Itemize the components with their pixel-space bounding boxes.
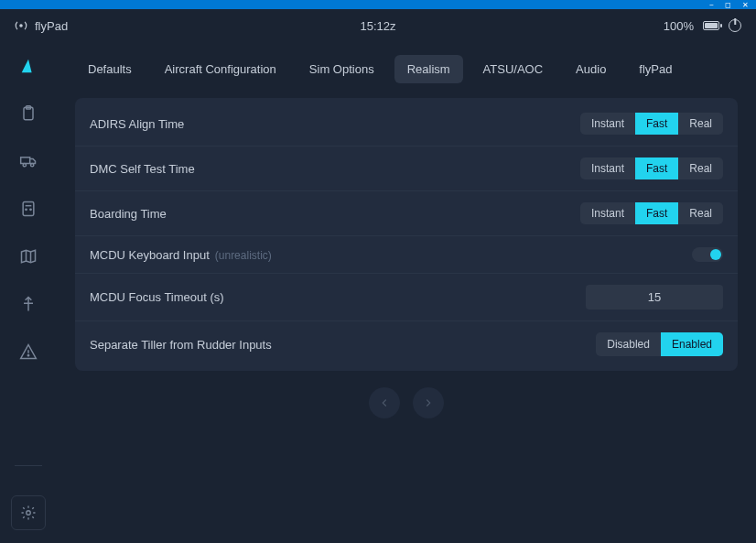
- sidebar-truck-icon[interactable]: [17, 150, 39, 172]
- sidebar: [0, 9, 57, 543]
- svg-rect-6: [23, 202, 34, 216]
- os-titlebar: − ◻ ✕: [0, 0, 756, 9]
- tab-atsu-aoc[interactable]: ATSU/AOC: [470, 55, 556, 83]
- main-content: Defaults Aircraft Configuration Sim Opti…: [57, 9, 756, 543]
- svg-point-0: [20, 25, 22, 27]
- clock: 15:12z: [360, 19, 395, 33]
- tiller-disabled[interactable]: Disabled: [596, 332, 661, 356]
- hint-mcdu-keyboard: (unrealistic): [215, 249, 272, 262]
- row-tiller: Separate Tiller from Rudder Inputs Disab…: [75, 321, 738, 367]
- broadcast-icon: [15, 19, 27, 32]
- app-header: flyPad 15:12z 100%: [0, 9, 756, 42]
- tab-aircraft-configuration[interactable]: Aircraft Configuration: [152, 55, 289, 83]
- adirs-fast[interactable]: Fast: [635, 113, 678, 135]
- sidebar-clipboard-icon[interactable]: [17, 103, 39, 125]
- row-mcdu-keyboard: MCDU Keyboard Input (unrealistic): [75, 236, 738, 274]
- adirs-instant[interactable]: Instant: [580, 113, 635, 135]
- tab-defaults[interactable]: Defaults: [75, 55, 145, 83]
- boarding-real[interactable]: Real: [678, 202, 723, 224]
- svg-rect-3: [21, 157, 30, 164]
- label-tiller: Separate Tiller from Rudder Inputs: [90, 338, 272, 352]
- app-name: flyPad: [35, 19, 68, 33]
- dmc-real[interactable]: Real: [678, 157, 723, 179]
- label-mcdu-timeout: MCDU Focus Timeout (s): [90, 290, 224, 304]
- svg-point-9: [30, 209, 31, 210]
- row-boarding-time: Boarding Time Instant Fast Real: [75, 191, 738, 236]
- sidebar-settings-button[interactable]: [11, 495, 46, 530]
- battery-percent: 100%: [664, 19, 694, 33]
- input-mcdu-timeout[interactable]: [586, 285, 723, 310]
- tiller-enabled[interactable]: Enabled: [661, 332, 723, 356]
- sidebar-warning-icon[interactable]: [17, 341, 39, 363]
- row-mcdu-timeout: MCDU Focus Timeout (s): [75, 274, 738, 321]
- svg-point-5: [31, 164, 34, 167]
- sidebar-atc-icon[interactable]: [17, 293, 39, 315]
- svg-point-14: [27, 511, 31, 516]
- pager-prev[interactable]: [369, 387, 400, 418]
- sidebar-home-icon[interactable]: [17, 55, 39, 77]
- adirs-real[interactable]: Real: [678, 113, 723, 135]
- window-minimize[interactable]: −: [709, 1, 714, 9]
- window-close[interactable]: ✕: [742, 1, 749, 9]
- boarding-fast[interactable]: Fast: [635, 202, 678, 224]
- tab-flypad[interactable]: flyPad: [626, 55, 685, 83]
- window-maximize[interactable]: ◻: [725, 1, 731, 9]
- sidebar-calculator-icon[interactable]: [17, 198, 39, 220]
- pager: [75, 387, 738, 418]
- pager-next[interactable]: [413, 387, 444, 418]
- toggle-dmc: Instant Fast Real: [580, 157, 723, 179]
- label-mcdu-keyboard: MCDU Keyboard Input: [90, 248, 210, 262]
- svg-point-8: [26, 209, 27, 210]
- dmc-instant[interactable]: Instant: [580, 157, 635, 179]
- label-adirs: ADIRS Align Time: [90, 117, 184, 131]
- label-boarding: Boarding Time: [90, 207, 167, 221]
- toggle-adirs: Instant Fast Real: [580, 113, 723, 135]
- tab-sim-options[interactable]: Sim Options: [297, 55, 387, 83]
- svg-point-13: [27, 355, 28, 356]
- svg-point-4: [23, 164, 26, 167]
- tab-realism[interactable]: Realism: [394, 55, 463, 83]
- sidebar-divider: [15, 465, 42, 466]
- sidebar-map-icon[interactable]: [17, 245, 39, 267]
- row-adirs-align-time: ADIRS Align Time Instant Fast Real: [75, 102, 738, 147]
- settings-panel: ADIRS Align Time Instant Fast Real DMC S…: [75, 98, 738, 371]
- battery-icon: [703, 21, 719, 30]
- toggle-tiller: Disabled Enabled: [596, 332, 723, 356]
- settings-tabs: Defaults Aircraft Configuration Sim Opti…: [75, 55, 738, 83]
- power-icon[interactable]: [729, 19, 741, 32]
- switch-mcdu-keyboard[interactable]: [692, 247, 723, 262]
- label-dmc: DMC Self Test Time: [90, 162, 195, 176]
- toggle-boarding: Instant Fast Real: [580, 202, 723, 224]
- tab-audio[interactable]: Audio: [563, 55, 619, 83]
- row-dmc-self-test: DMC Self Test Time Instant Fast Real: [75, 147, 738, 191]
- dmc-fast[interactable]: Fast: [635, 157, 678, 179]
- boarding-instant[interactable]: Instant: [580, 202, 635, 224]
